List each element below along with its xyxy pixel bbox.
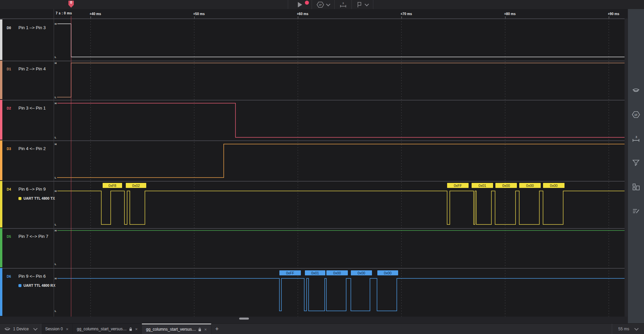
level-label-D0-L: L: [54, 56, 57, 59]
protocol-analyzer-button[interactable]: 1F: [312, 0, 334, 9]
analyzer-label-D4[interactable]: UART TTL 4800 TX: [18, 196, 55, 200]
timescale-value: 55 ms: [618, 327, 629, 331]
chevron-down-icon: [634, 326, 639, 331]
level-label-D2-H: H: [54, 102, 57, 105]
scrollbar-thumb[interactable]: [239, 318, 249, 320]
level-label-D6-L: L: [54, 310, 57, 313]
tab-capture-file-1[interactable]: gg_columns_start_versus… ×: [73, 324, 142, 334]
device-icon: [4, 326, 11, 332]
close-icon[interactable]: ×: [204, 327, 207, 332]
analyzer-color-icon: [18, 197, 21, 200]
sidebar-measurements-button[interactable]: 3: [628, 131, 644, 146]
top-toolbar: 1F 3: [0, 0, 644, 9]
notes-pencil-icon: [632, 207, 640, 215]
sidebar-analyzers-button[interactable]: 1F: [628, 107, 644, 122]
waveform-svg: [0, 0, 625, 317]
waveform-D6: [54, 278, 625, 311]
tab-label: Session 0: [45, 327, 63, 331]
channel-name-D1[interactable]: Pin 2 –> Pin 4: [18, 66, 46, 71]
timing-marker-button[interactable]: 3: [334, 0, 352, 9]
uart-byte-D4: 0x00: [495, 183, 517, 188]
flag-icon: [357, 1, 363, 8]
uart-byte-D4: 0xF8: [103, 183, 122, 188]
analyzer-label-D6[interactable]: UART TTL 4800 RX: [18, 283, 55, 287]
channel-name-D2[interactable]: Pin 3 <– Pin 1: [18, 106, 46, 111]
tab-label: gg_columns_start_versus…: [146, 327, 196, 332]
analyzer-text: UART TTL 4800 RX: [23, 283, 55, 287]
time-ruler[interactable]: 7 s : 0 ms +40 ms+50 ms+60 ms+70 ms+80 m…: [0, 9, 628, 19]
channel-name-D5[interactable]: Pin 7 <–> Pin 7: [18, 234, 48, 239]
svg-text:3: 3: [342, 2, 344, 5]
sidebar-notes-button[interactable]: [628, 203, 644, 219]
row-divider: [0, 268, 628, 269]
row-divider: [0, 100, 628, 101]
row-divider: [0, 18, 628, 19]
flag-menu-button[interactable]: [352, 0, 373, 9]
level-label-D4-H: H: [54, 190, 57, 193]
row-divider: [0, 228, 628, 229]
waveform-D3: [54, 144, 625, 178]
timescale-selector[interactable]: 55 ms: [612, 324, 644, 334]
level-label-D0-H: H: [54, 22, 57, 25]
channel-id-D1: D1: [7, 67, 11, 71]
device-label: 1 Device: [13, 327, 29, 331]
sidebar-devices-button[interactable]: [628, 83, 644, 98]
device-icon: [632, 87, 640, 94]
channel-name-D6[interactable]: Pin 9 <– Pin 6: [18, 274, 46, 279]
play-button[interactable]: [288, 0, 312, 9]
channel-stripe-D2: [0, 100, 2, 140]
horizontal-scrollbar[interactable]: [0, 317, 628, 323]
svg-text:3: 3: [635, 135, 637, 139]
level-label-D3-H: H: [54, 143, 57, 146]
uart-byte-D6: 0x00: [377, 270, 398, 275]
uart-byte-D4: 0xFF: [447, 183, 469, 188]
measure-3-icon: 3: [632, 135, 640, 143]
level-label-D4-L: L: [54, 223, 57, 226]
extensions-icon: [632, 183, 640, 191]
waveform-canvas[interactable]: D0Pin 1 –> Pin 3HLD1Pin 2 –> Pin 4HLD2Pi…: [0, 18, 628, 317]
row-divider: [0, 140, 628, 141]
ruler-tick-label: +70 ms: [400, 12, 412, 16]
ruler-tick-label: +60 ms: [297, 12, 308, 16]
ruler-tick-label: +40 ms: [90, 12, 101, 16]
level-label-D3-L: L: [54, 176, 57, 179]
channel-name-D4[interactable]: Pin 6 –> Pin 9: [18, 187, 46, 192]
chevron-down-icon: [365, 2, 369, 6]
level-label-D1-H: H: [54, 62, 57, 65]
sidebar-extensions-button[interactable]: [628, 179, 644, 195]
channel-name-D0[interactable]: Pin 1 –> Pin 3: [18, 25, 46, 30]
level-label-D2-L: L: [54, 136, 57, 139]
analyzer-color-icon: [18, 284, 21, 287]
channel-stripe-D0: [0, 19, 2, 60]
close-icon[interactable]: ×: [66, 327, 68, 332]
hexagon-1f-icon: 1F: [632, 111, 640, 119]
waveform-D0: [54, 24, 625, 57]
channel-id-D6: D6: [7, 275, 11, 278]
channel-stripe-D1: [0, 61, 2, 99]
level-label-D5-L: L: [54, 263, 57, 266]
uart-byte-D6: 0xFF: [279, 270, 301, 275]
device-selector[interactable]: 1 Device: [0, 324, 41, 334]
channel-name-D3[interactable]: Pin 4 <– Pin 2: [18, 146, 46, 151]
sidebar-annotations-button[interactable]: [628, 155, 644, 171]
channel-id-D2: D2: [7, 107, 11, 110]
level-label-D5-H: H: [54, 229, 57, 232]
channel-stripe-D3: [0, 140, 2, 180]
row-divider: [0, 61, 628, 61]
channel-stripe-D5: [0, 228, 2, 267]
uart-byte-D4: 0x02: [126, 183, 146, 188]
tab-capture-file-2-active[interactable]: gg_columns_start_versus… ×: [142, 324, 211, 334]
lock-icon: [198, 328, 201, 331]
hexagon-1f-icon: 1F: [317, 1, 324, 8]
measure-3-icon: 3: [339, 1, 347, 8]
close-icon[interactable]: ×: [135, 327, 138, 332]
right-sidebar: 1F 3: [628, 9, 644, 327]
record-dot: [305, 1, 309, 5]
tab-session-0[interactable]: Session 0 ×: [41, 324, 73, 334]
uart-byte-D6: 0x01: [305, 270, 325, 275]
ruler-origin-label: 7 s : 0 ms: [56, 11, 72, 15]
level-label-D6-H: H: [54, 277, 57, 280]
svg-text:1F: 1F: [319, 3, 322, 6]
add-tab-button[interactable]: +: [211, 324, 223, 334]
uart-byte-D6: 0x00: [326, 270, 348, 275]
